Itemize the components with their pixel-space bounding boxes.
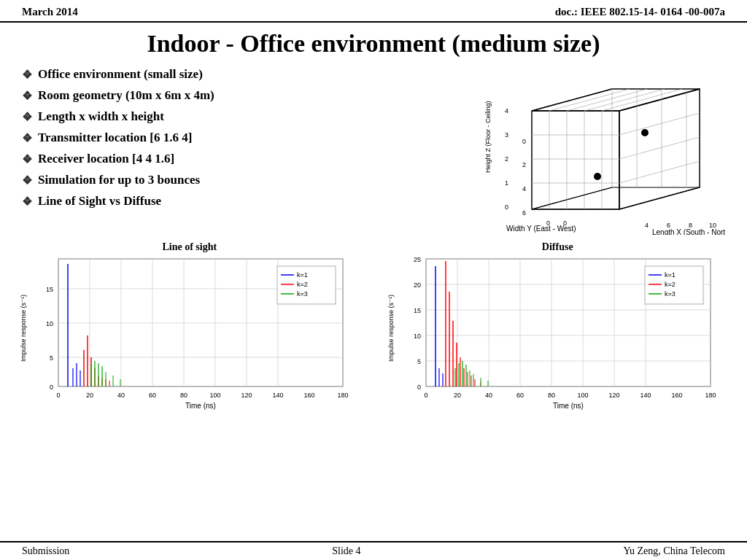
svg-text:20: 20 [454,392,461,399]
content-area: ❖ Office environment (small size) ❖ Room… [0,63,747,238]
svg-text:Time (ns): Time (ns) [185,402,216,410]
page-title: Indoor - Office environment (medium size… [0,23,747,63]
svg-text:140: 140 [640,392,651,399]
los-chart-svg: 0 5 10 15 0 20 40 60 80 100 120 140 160 … [18,255,361,412]
svg-line-32 [602,89,682,111]
footer: Submission Slide 4 Yu Zeng, China Teleco… [0,541,747,560]
header: March 2014 doc.: IEEE 802.15-14- 0164 -0… [0,0,747,23]
svg-text:Length X (South - North): Length X (South - North) [652,228,725,235]
svg-text:0: 0 [505,203,508,211]
svg-text:Time (ns): Time (ns) [553,402,584,410]
svg-text:60: 60 [149,392,156,399]
svg-text:k=3: k=3 [297,290,308,298]
svg-text:160: 160 [303,392,314,399]
diamond-icon-2: ❖ [22,88,32,104]
bullet-item-5: ❖ Receiver location [4 4 1.6] [22,151,477,168]
diamond-icon-4: ❖ [22,131,32,147]
svg-text:40: 40 [117,392,125,399]
bullet-item-3: ❖ Length x width x height [22,109,477,125]
svg-text:0: 0 [56,392,60,399]
footer-left: Submission [22,545,69,557]
svg-text:k=2: k=2 [665,281,676,288]
svg-text:3: 3 [505,131,508,139]
svg-text:1: 1 [505,179,508,187]
svg-line-29 [549,89,630,111]
bullet-item-4: ❖ Transmitter location [6 1.6 4] [22,130,477,147]
diamond-icon-7: ❖ [22,194,32,210]
diamond-icon-1: ❖ [22,67,32,83]
header-right: doc.: IEEE 802.15-14- 0164 -00-007a [555,6,725,18]
room-svg: 10 8 6 4 Length X (South - North) Width … [484,63,725,235]
los-chart-title: Line of sight [162,241,217,253]
svg-text:100: 100 [209,392,220,399]
svg-text:5: 5 [50,354,53,362]
svg-line-42 [619,161,700,183]
svg-text:60: 60 [516,392,524,399]
svg-text:Height Z (Floor - Ceiling): Height Z (Floor - Ceiling) [484,101,492,173]
svg-line-41 [619,137,700,159]
svg-text:2: 2 [522,161,526,168]
svg-line-31 [584,89,665,111]
svg-text:k=2: k=2 [297,281,308,288]
svg-text:k=3: k=3 [665,290,676,298]
svg-text:Impulse response (s⁻¹): Impulse response (s⁻¹) [20,295,27,362]
svg-line-40 [619,113,700,135]
svg-text:k=1: k=1 [665,271,676,279]
svg-text:180: 180 [705,392,716,399]
svg-text:4: 4 [522,185,526,192]
room-diagram: 10 8 6 4 Length X (South - North) Width … [484,63,725,238]
svg-text:0: 0 [522,138,526,145]
svg-text:120: 120 [241,392,252,399]
svg-marker-21 [532,187,700,209]
bullet-item-1: ❖ Office environment (small size) [22,66,477,83]
svg-text:160: 160 [672,392,683,399]
svg-text:5: 5 [417,358,421,365]
diamond-icon-3: ❖ [22,109,32,125]
diffuse-chart-title: Diffuse [542,241,573,253]
bullet-item-7: ❖ Line of Sight vs Diffuse [22,193,477,210]
svg-text:6: 6 [522,209,526,217]
bottom-section: Line of sight [0,241,747,412]
svg-text:0: 0 [417,384,421,391]
svg-text:10: 10 [46,320,53,327]
header-left: March 2014 [22,6,78,18]
svg-text:4: 4 [645,222,649,229]
svg-point-44 [641,129,649,136]
svg-line-30 [567,89,647,111]
svg-rect-18 [532,111,619,209]
svg-text:20: 20 [414,281,421,289]
svg-text:k=1: k=1 [297,271,308,279]
slide: March 2014 doc.: IEEE 802.15-14- 0164 -0… [0,0,747,560]
svg-text:180: 180 [337,392,348,399]
svg-text:25: 25 [414,256,421,263]
footer-center: Slide 4 [332,545,360,557]
diamond-icon-5: ❖ [22,152,32,168]
svg-text:80: 80 [548,392,555,399]
svg-text:20: 20 [86,392,93,399]
svg-text:120: 120 [609,392,620,399]
diamond-icon-6: ❖ [22,173,32,189]
svg-text:140: 140 [272,392,283,399]
svg-text:15: 15 [46,286,53,293]
svg-text:10: 10 [414,332,421,340]
los-chart-wrapper: Line of sight [7,241,372,412]
svg-text:0: 0 [50,384,53,391]
footer-right: Yu Zeng, China Telecom [623,545,725,557]
bullet-list: ❖ Office environment (small size) ❖ Room… [22,63,477,238]
bullet-item-6: ❖ Simulation for up to 3 bounces [22,172,477,189]
svg-text:2: 2 [505,155,508,163]
svg-text:4: 4 [505,107,508,114]
svg-text:0: 0 [425,392,428,399]
svg-line-34 [619,89,700,111]
svg-text:40: 40 [485,392,492,399]
svg-text:0: 0 [563,219,567,227]
svg-line-43 [532,187,612,209]
svg-text:15: 15 [414,307,421,314]
svg-text:Impulse response (s⁻¹): Impulse response (s⁻¹) [387,295,395,362]
svg-marker-20 [619,89,700,209]
svg-line-33 [532,89,612,111]
svg-marker-19 [532,89,700,111]
diffuse-chart-wrapper: Diffuse [376,241,740,412]
diffuse-chart-svg: 0 5 10 15 20 25 0 20 40 60 80 100 120 14… [386,255,729,412]
bullet-item-2: ❖ Room geometry (10m x 6m x 4m) [22,88,477,104]
